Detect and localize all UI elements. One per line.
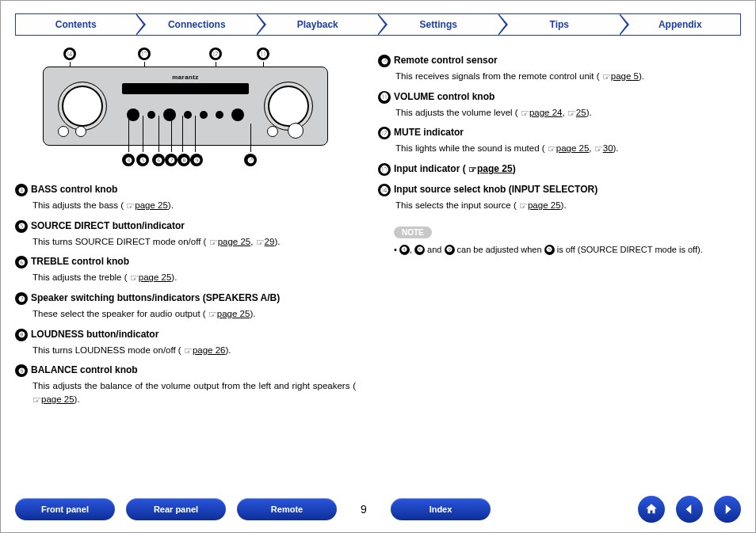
feature-body: This adjusts the volume level ( ☞page 24… (395, 106, 741, 120)
page-number: 9 (348, 503, 380, 516)
loudness-btn-icon (216, 111, 223, 119)
note-badge: NOTE (394, 227, 432, 238)
feature-title: BASS control knob (31, 184, 117, 195)
feature-body: This receives signals from the remote co… (395, 70, 741, 83)
page-link[interactable]: page 25 (217, 309, 250, 318)
pointer-icon: ☞ (594, 143, 603, 156)
tab-appendix[interactable]: Appendix (620, 13, 742, 36)
feature-body: This adjusts the bass ( ☞page 25). (32, 199, 356, 212)
page-link[interactable]: 25 (576, 108, 586, 117)
back-icon[interactable] (676, 496, 703, 523)
forward-icon[interactable] (714, 496, 741, 523)
feature-title: Speaker switching buttons/indicators (SP… (31, 292, 280, 303)
volume-knob (264, 82, 313, 131)
page-link[interactable]: page 24 (529, 108, 563, 117)
pointer-icon: ☞ (126, 200, 135, 213)
amp-front-panel: marantz (43, 67, 328, 146)
feature-body: This adjusts the treble ( ☞page 25). (32, 271, 356, 284)
feature-title: BALANCE control knob (31, 364, 138, 375)
page-link[interactable]: 30 (603, 143, 613, 153)
control-row (127, 109, 244, 121)
ref-4: ❹ (399, 245, 410, 255)
callout-11: ⓫ (257, 48, 269, 60)
page-link[interactable]: page 25 (556, 143, 590, 153)
callout-14: ⓮ (63, 48, 76, 60)
feature-item: ❻TREBLE control knobThis adjusts the tre… (15, 256, 356, 284)
feature-body: This turns LOUDNESS mode on/off ( ☞page … (32, 344, 356, 357)
left-column: ⓮ ⓭ ⓬ ⓫ marantz (15, 47, 356, 414)
tab-connections[interactable]: Connections (137, 13, 258, 36)
page-link[interactable]: page 5 (611, 71, 639, 81)
nav-index[interactable]: Index (391, 498, 491, 520)
item-number: ⓬ (378, 127, 391, 139)
pointer-icon: ☞ (602, 70, 611, 84)
item-number: ❿ (378, 55, 391, 67)
callout-5: ❺ (136, 154, 149, 166)
feature-item: ❹BASS control knobThis adjusts the bass … (15, 184, 356, 212)
pointer-icon: ☞ (521, 107, 529, 120)
callout-4: ❹ (122, 154, 135, 166)
pointer-icon: ☞ (208, 308, 217, 322)
page-link[interactable]: page 25 (477, 163, 513, 174)
pointer-icon: ☞ (519, 200, 528, 213)
feature-title: TREBLE control knob (31, 256, 129, 267)
page: Contents Connections Playback Settings T… (0, 0, 756, 533)
page-link[interactable]: page 25 (218, 237, 251, 246)
feature-body: This turns SOURCE DIRECT mode on/off ( ☞… (32, 235, 356, 249)
page-link[interactable]: page 25 (528, 200, 561, 210)
speaker-b-btn-icon (200, 111, 208, 119)
item-number: ❻ (15, 256, 28, 268)
nav-rear-panel[interactable]: Rear panel (126, 498, 226, 520)
callout-8: ❽ (178, 154, 190, 166)
feature-title: VOLUME control knob (394, 91, 494, 102)
page-link[interactable]: page 26 (193, 345, 226, 355)
feature-title: SOURCE DIRECT button/indicator (31, 220, 185, 231)
page-link[interactable]: page 25 (41, 394, 74, 404)
feature-title: LOUDNESS button/indicator (31, 329, 158, 340)
feature-item: ⓬MUTE indicatorThis lights while the sou… (378, 127, 741, 155)
callout-9: ❾ (190, 154, 203, 166)
feature-item: ❼Speaker switching buttons/indicators (S… (15, 292, 356, 321)
brand-text: marantz (172, 74, 198, 81)
input-selector-knob (58, 82, 107, 131)
tab-contents[interactable]: Contents (15, 13, 137, 36)
item-number: ⓭ (378, 163, 391, 176)
pointer-icon: ☞ (130, 272, 139, 285)
pointer-icon: ☞ (548, 143, 556, 156)
right-feature-list: ❿Remote control sensorThis receives sign… (378, 55, 741, 212)
tab-settings[interactable]: Settings (379, 13, 500, 36)
treble-knob-icon (163, 109, 176, 121)
callout-7: ❼ (165, 154, 178, 166)
tab-playback[interactable]: Playback (258, 13, 379, 36)
jack-3 (267, 126, 278, 137)
feature-item: ❺SOURCE DIRECT button/indicatorThis turn… (15, 220, 356, 249)
feature-body: This lights while the sound is muted ( ☞… (395, 142, 741, 155)
feature-item: ⓫VOLUME control knobThis adjusts the vol… (378, 91, 741, 120)
top-tabs: Contents Connections Playback Settings T… (15, 13, 741, 36)
tab-tips[interactable]: Tips (499, 13, 620, 36)
callout-6: ❻ (152, 154, 165, 166)
callout-13: ⓭ (138, 48, 151, 60)
left-feature-list: ❹BASS control knobThis adjusts the bass … (15, 184, 356, 406)
home-icon[interactable] (638, 496, 665, 523)
item-number: ⓮ (378, 184, 391, 196)
item-number: ❼ (15, 292, 28, 305)
pointer-icon: ☞ (256, 236, 265, 249)
nav-front-panel[interactable]: Front panel (15, 498, 115, 520)
item-number: ❹ (15, 184, 28, 196)
pointer-icon: ☞ (184, 345, 193, 358)
page-link[interactable]: 29 (265, 237, 275, 246)
pointer-icon: ☞ (567, 107, 576, 120)
bottom-nav: Front panel Rear panel Remote 9 Index (15, 496, 741, 523)
page-link[interactable]: page 25 (139, 272, 172, 282)
page-link[interactable]: page 25 (135, 200, 168, 210)
feature-body: This adjusts the balance of the volume o… (32, 379, 356, 405)
balance-knob-icon (231, 109, 244, 121)
ref-5: ❺ (544, 245, 555, 255)
item-number: ❺ (15, 220, 28, 233)
nav-remote[interactable]: Remote (237, 498, 337, 520)
source-direct-btn-icon (147, 111, 155, 119)
pointer-icon: ☞ (209, 236, 218, 249)
feature-item: ⓭Input indicator ( ☞page 25) (378, 163, 741, 176)
power-button-icon (288, 123, 304, 139)
